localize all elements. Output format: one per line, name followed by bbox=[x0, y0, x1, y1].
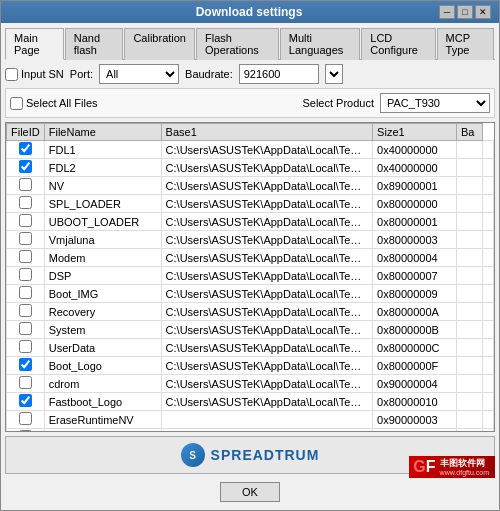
row-checkbox-cell[interactable] bbox=[7, 357, 45, 375]
row-checkbox-cell[interactable] bbox=[7, 195, 45, 213]
top-controls-row: Input SN Port: All Baudrate: 921600 ▼ bbox=[5, 64, 495, 84]
spreadtrum-logo: S SPREADTRUM bbox=[181, 443, 320, 467]
row-checkbox[interactable] bbox=[19, 214, 32, 227]
row-size1 bbox=[456, 321, 482, 339]
row-base1: 0x80000007 bbox=[373, 267, 457, 285]
bottom-buttons: OK bbox=[5, 478, 495, 506]
row-checkbox[interactable] bbox=[19, 376, 32, 389]
baudrate-label: Baudrate: bbox=[185, 68, 233, 80]
row-ba bbox=[483, 249, 494, 267]
row-checkbox[interactable] bbox=[19, 196, 32, 209]
row-size1 bbox=[456, 411, 482, 429]
row-checkbox[interactable] bbox=[19, 304, 32, 317]
row-checkbox-cell[interactable] bbox=[7, 285, 45, 303]
row-ba bbox=[483, 375, 494, 393]
row-base1: 0x80000001 bbox=[373, 213, 457, 231]
dfgf-badge: GF 丰图软件网 www.dfgftu.com bbox=[409, 456, 495, 478]
table-row: ModemC:\Users\ASUSTeK\AppData\Local\Temp… bbox=[7, 249, 494, 267]
main-window: Download settings ─ □ ✕ Main PageNand fl… bbox=[0, 0, 500, 511]
row-checkbox-cell[interactable] bbox=[7, 411, 45, 429]
row-checkbox[interactable] bbox=[19, 178, 32, 191]
tab-mcp-type[interactable]: MCP Type bbox=[437, 28, 494, 60]
spreadtrum-text: SPREADTRUM bbox=[211, 447, 320, 463]
row-checkbox[interactable] bbox=[19, 340, 32, 353]
select-all-files-label[interactable]: Select All Files bbox=[10, 97, 98, 110]
row-checkbox[interactable] bbox=[19, 430, 32, 432]
row-size1 bbox=[456, 393, 482, 411]
row-fileid: System bbox=[44, 321, 161, 339]
tab-multi-languages[interactable]: Multi Languages bbox=[280, 28, 360, 60]
table-row: UserDataC:\Users\ASUSTeK\AppData\Local\T… bbox=[7, 339, 494, 357]
row-checkbox-cell[interactable] bbox=[7, 177, 45, 195]
row-base1: 0x90000002 bbox=[373, 429, 457, 433]
table-row: NVC:\Users\ASUSTeK\AppData\Local\Temp\_D… bbox=[7, 177, 494, 195]
row-filename: C:\Users\ASUSTeK\AppData\Local\Temp\_D..… bbox=[161, 303, 373, 321]
tab-calibration[interactable]: Calibration bbox=[124, 28, 195, 60]
row-filename: C:\Users\ASUSTeK\AppData\Local\Temp\_D..… bbox=[161, 339, 373, 357]
row-checkbox-cell[interactable] bbox=[7, 267, 45, 285]
table-header-row: FileIDFileNameBase1Size1Ba bbox=[7, 124, 494, 141]
row-filename: C:\Users\ASUSTeK\AppData\Local\Temp\_D..… bbox=[161, 231, 373, 249]
row-ba bbox=[483, 303, 494, 321]
row-checkbox-cell[interactable] bbox=[7, 375, 45, 393]
table-row: RecoveryC:\Users\ASUSTeK\AppData\Local\T… bbox=[7, 303, 494, 321]
tab-flash-operations[interactable]: Flash Operations bbox=[196, 28, 279, 60]
row-ba bbox=[483, 339, 494, 357]
row-filename: C:\Users\ASUSTeK\AppData\Local\Temp\_D..… bbox=[161, 375, 373, 393]
row-fileid: Recovery bbox=[44, 303, 161, 321]
minimize-button[interactable]: ─ bbox=[439, 5, 455, 19]
row-base1: 0x90000003 bbox=[373, 411, 457, 429]
product-select[interactable]: PAC_T930 bbox=[380, 93, 490, 113]
col-header-ba: Ba bbox=[456, 124, 482, 141]
row-checkbox[interactable] bbox=[19, 268, 32, 281]
maximize-button[interactable]: □ bbox=[457, 5, 473, 19]
row-checkbox[interactable] bbox=[19, 286, 32, 299]
dfgf-line2: www.dfgftu.com bbox=[440, 469, 489, 476]
close-button[interactable]: ✕ bbox=[475, 5, 491, 19]
row-checkbox-cell[interactable] bbox=[7, 141, 45, 159]
row-checkbox-cell[interactable] bbox=[7, 249, 45, 267]
row-checkbox[interactable] bbox=[19, 358, 32, 371]
port-label: Port: bbox=[70, 68, 93, 80]
table-row: DSPC:\Users\ASUSTeK\AppData\Local\Temp\_… bbox=[7, 267, 494, 285]
row-checkbox-cell[interactable] bbox=[7, 213, 45, 231]
row-checkbox[interactable] bbox=[19, 322, 32, 335]
baudrate-input[interactable]: 921600 bbox=[239, 64, 319, 84]
row-size1 bbox=[456, 213, 482, 231]
row-checkbox[interactable] bbox=[19, 250, 32, 263]
row-checkbox-cell[interactable] bbox=[7, 339, 45, 357]
baudrate-select[interactable]: ▼ bbox=[325, 64, 343, 84]
row-base1: 0x40000000 bbox=[373, 159, 457, 177]
table-row: EraseRuntimeNV0x90000003 bbox=[7, 411, 494, 429]
dfgf-line1: 丰图软件网 bbox=[440, 458, 489, 469]
window-title: Download settings bbox=[59, 5, 439, 19]
row-ba bbox=[483, 141, 494, 159]
input-sn-checkbox-label[interactable]: Input SN bbox=[5, 68, 64, 81]
tab-main-page[interactable]: Main Page bbox=[5, 28, 64, 60]
row-checkbox-cell[interactable] bbox=[7, 231, 45, 249]
row-checkbox[interactable] bbox=[19, 394, 32, 407]
row-checkbox-cell[interactable] bbox=[7, 393, 45, 411]
row-checkbox-cell[interactable] bbox=[7, 429, 45, 433]
tab-nand-flash[interactable]: Nand flash bbox=[65, 28, 124, 60]
select-all-files-checkbox[interactable] bbox=[10, 97, 23, 110]
row-checkbox[interactable] bbox=[19, 142, 32, 155]
files-table-container[interactable]: FileIDFileNameBase1Size1Ba FDL1C:\Users\… bbox=[5, 122, 495, 432]
tab-lcd-configure[interactable]: LCD Configure bbox=[361, 28, 435, 60]
row-size1 bbox=[456, 159, 482, 177]
col-header-base1: Base1 bbox=[161, 124, 373, 141]
row-checkbox[interactable] bbox=[19, 412, 32, 425]
row-checkbox-cell[interactable] bbox=[7, 159, 45, 177]
row-checkbox[interactable] bbox=[19, 232, 32, 245]
input-sn-checkbox[interactable] bbox=[5, 68, 18, 81]
table-row: VmjalunaC:\Users\ASUSTeK\AppData\Local\T… bbox=[7, 231, 494, 249]
ok-button[interactable]: OK bbox=[220, 482, 280, 502]
row-ba bbox=[483, 213, 494, 231]
table-row: UBOOT_LOADERC:\Users\ASUSTeK\AppData\Loc… bbox=[7, 213, 494, 231]
port-select[interactable]: All bbox=[99, 64, 179, 84]
row-checkbox-cell[interactable] bbox=[7, 303, 45, 321]
table-row: SystemC:\Users\ASUSTeK\AppData\Local\Tem… bbox=[7, 321, 494, 339]
row-checkbox-cell[interactable] bbox=[7, 321, 45, 339]
row-checkbox[interactable] bbox=[19, 160, 32, 173]
title-bar: Download settings ─ □ ✕ bbox=[1, 1, 499, 23]
